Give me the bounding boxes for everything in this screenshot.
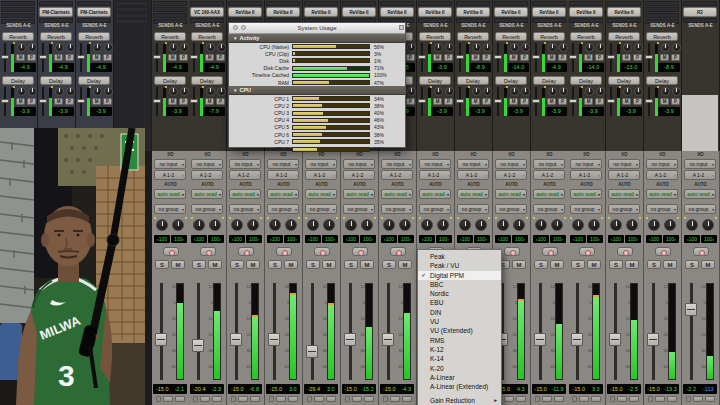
insert-slot[interactable] xyxy=(418,1,452,6)
pan-display-right[interactable]: 100› xyxy=(587,235,603,243)
volume-fader[interactable] xyxy=(685,303,697,316)
insert-slot[interactable] xyxy=(645,13,679,18)
send-pan-knob[interactable] xyxy=(66,43,75,52)
pan-display-left[interactable]: ‹100 xyxy=(684,235,700,243)
insert-slot[interactable] xyxy=(115,1,149,6)
record-arm-button[interactable] xyxy=(542,247,558,256)
send-pan-knob[interactable] xyxy=(217,87,226,96)
send-delay-button[interactable]: Delay xyxy=(78,76,110,85)
send-pan-knob[interactable] xyxy=(93,43,102,52)
pan-display-right[interactable]: 100› xyxy=(208,235,224,243)
send-delay-button[interactable]: Delay xyxy=(2,76,34,85)
send-level-display[interactable]: -4.9 xyxy=(14,63,36,72)
send-fader-cap[interactable] xyxy=(645,55,653,59)
pan-knob[interactable] xyxy=(399,219,411,231)
send-fader-cap[interactable] xyxy=(77,99,85,103)
peak-display[interactable]: 3.0 xyxy=(289,386,297,392)
send-pre-button[interactable]: P xyxy=(179,54,188,61)
insert-label[interactable]: ReVibe II xyxy=(418,7,452,17)
send-pan-knob[interactable] xyxy=(445,87,454,96)
insert-slot[interactable] xyxy=(607,1,641,6)
pan-display-right[interactable]: 100› xyxy=(322,235,338,243)
insert-slot[interactable] xyxy=(645,1,679,6)
record-arm-button[interactable] xyxy=(655,247,671,256)
pan-knob[interactable] xyxy=(551,219,563,231)
group-selector[interactable]: no group▾ xyxy=(419,204,451,214)
volume-display[interactable]: -15.0 xyxy=(344,386,357,392)
send-reverb-button[interactable]: Reverb xyxy=(646,32,678,41)
send-pre-button[interactable]: P xyxy=(633,54,642,61)
pan-knob[interactable] xyxy=(497,219,509,231)
peak-display[interactable]: -6.8 xyxy=(250,386,259,392)
output-selector[interactable]: A 1-2↕ xyxy=(608,170,640,180)
send-pre-button[interactable]: P xyxy=(406,98,415,105)
solo-button[interactable]: S xyxy=(571,260,585,269)
output-selector[interactable]: A 1-2↕ xyxy=(495,170,527,180)
output-selector[interactable]: A 1-2↕ xyxy=(419,170,451,180)
send-mute-button[interactable]: M xyxy=(660,54,669,61)
send-reverb-button[interactable]: Reverb xyxy=(78,32,110,41)
send-fader-cap[interactable] xyxy=(532,99,540,103)
pan-knob[interactable] xyxy=(626,219,638,231)
mute-button[interactable]: M xyxy=(208,260,222,269)
send-mute-button[interactable]: M xyxy=(54,54,63,61)
automation-mode-selector[interactable]: auto read▾ xyxy=(343,189,375,199)
record-arm-button[interactable] xyxy=(314,247,330,256)
send-pan-knob[interactable] xyxy=(66,87,75,96)
volume-fader[interactable] xyxy=(155,333,167,346)
pan-knob[interactable] xyxy=(588,219,600,231)
send-pan-knob[interactable] xyxy=(661,87,670,96)
pan-knob[interactable] xyxy=(231,219,243,231)
nudge-spinner[interactable] xyxy=(193,396,198,402)
send-fader-cap[interactable] xyxy=(1,99,9,103)
send-reverb-button[interactable]: Reverb xyxy=(495,32,527,41)
send-pan-knob[interactable] xyxy=(93,87,102,96)
strip-utility-button[interactable] xyxy=(617,396,627,402)
send-pan-knob[interactable] xyxy=(510,43,519,52)
send-level-display[interactable]: -4.9 xyxy=(90,63,112,72)
input-selector[interactable]: no input▾ xyxy=(343,159,375,169)
send-pre-button[interactable]: P xyxy=(671,54,680,61)
automation-mode-selector[interactable]: auto read▾ xyxy=(608,189,640,199)
send-pan-knob[interactable] xyxy=(483,43,492,52)
send-pan-knob[interactable] xyxy=(596,43,605,52)
output-selector[interactable]: A 1-2↕ xyxy=(191,170,223,180)
send-level-display[interactable]: -13.0 xyxy=(620,63,642,72)
peak-display[interactable]: -4.3 xyxy=(402,386,411,392)
group-selector[interactable]: no group▾ xyxy=(191,204,223,214)
send-level-display[interactable]: -4.9 xyxy=(52,63,74,72)
insert-slot[interactable] xyxy=(39,1,73,6)
pan-display-left[interactable]: ‹100 xyxy=(305,235,321,243)
pan-display-right[interactable]: 100› xyxy=(512,235,528,243)
insert-slot[interactable] xyxy=(153,1,187,6)
insert-slot[interactable] xyxy=(532,1,566,6)
record-arm-button[interactable] xyxy=(504,247,520,256)
meter-menu-item[interactable]: EBU xyxy=(418,298,501,307)
output-selector[interactable]: A 1-2↕ xyxy=(267,170,299,180)
insert-slot[interactable] xyxy=(228,1,262,6)
nudge-spinner[interactable] xyxy=(610,396,615,402)
send-reverb-button[interactable]: Reverb xyxy=(154,32,186,41)
strip-utility-button[interactable] xyxy=(200,396,210,402)
record-arm-button[interactable] xyxy=(200,247,216,256)
pan-knob[interactable] xyxy=(702,219,714,231)
group-selector[interactable]: no group▾ xyxy=(495,204,527,214)
send-pan-knob[interactable] xyxy=(661,43,670,52)
send-pan-knob[interactable] xyxy=(434,43,443,52)
send-delay-button[interactable]: Delay xyxy=(570,76,602,85)
insert-slot[interactable] xyxy=(494,1,528,6)
automation-mode-selector[interactable]: auto read▾ xyxy=(646,189,678,199)
group-selector[interactable]: no group▾ xyxy=(343,204,375,214)
pan-knob[interactable] xyxy=(172,219,184,231)
send-pan-knob[interactable] xyxy=(169,43,178,52)
send-mute-button[interactable]: M xyxy=(433,98,442,105)
send-reverb-button[interactable]: Reverb xyxy=(2,32,34,41)
volume-display[interactable]: -15.0 xyxy=(647,386,660,392)
send-level-display[interactable]: -14.0 xyxy=(507,63,529,72)
insert-slot[interactable] xyxy=(304,1,338,6)
volume-fader[interactable] xyxy=(230,333,242,346)
send-pan-knob[interactable] xyxy=(104,43,113,52)
mute-button[interactable]: M xyxy=(322,260,336,269)
pan-knob[interactable] xyxy=(535,219,547,231)
insert-slot[interactable] xyxy=(683,1,717,6)
